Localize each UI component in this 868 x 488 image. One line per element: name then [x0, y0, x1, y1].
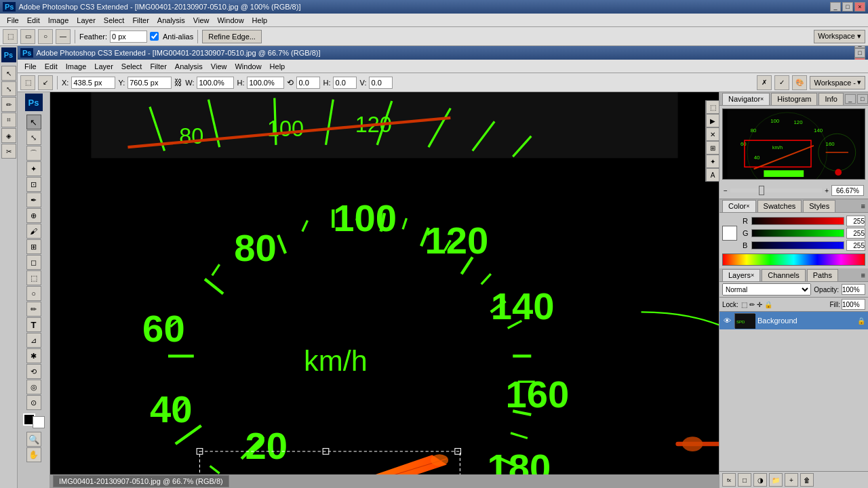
tool-lasso[interactable]: ⤡ [1, 81, 16, 96]
inner-menu-analysis[interactable]: Analysis [171, 61, 207, 72]
tool-move[interactable]: ↖ [1, 66, 16, 81]
menu-window[interactable]: Window [213, 15, 248, 26]
tool-notes[interactable]: ✱ [26, 348, 41, 363]
tab-histogram[interactable]: Histogram [771, 93, 817, 105]
tool-crop2[interactable]: ⊡ [26, 177, 41, 192]
inner-menu-help[interactable]: Help [266, 61, 290, 72]
menu-edit[interactable]: Edit [23, 15, 44, 26]
close-btn[interactable]: × [854, 2, 865, 12]
h-input[interactable] [247, 77, 284, 89]
lock-pixels-icon[interactable]: ✏ [749, 301, 755, 308]
layers-menu-btn[interactable]: ≡ [861, 271, 865, 279]
zoom-value-input[interactable] [831, 185, 864, 196]
fill-input[interactable] [842, 299, 865, 310]
outer-win-controls[interactable]: _ □ × [830, 2, 865, 12]
commit-transform-btn[interactable]: ✓ [774, 75, 789, 90]
layers-close[interactable]: × [751, 272, 754, 279]
layer-group-btn[interactable]: 📁 [769, 473, 783, 487]
b-slider[interactable] [752, 242, 844, 249]
tool-pen[interactable]: ✏ [26, 302, 41, 317]
inner-maximize-btn[interactable]: □ [854, 48, 865, 58]
menu-help[interactable]: Help [248, 15, 272, 26]
tool-lasso2[interactable]: ⌒ [26, 146, 41, 161]
inner-menu-edit[interactable]: Edit [41, 61, 62, 72]
lock-all-icon[interactable]: 🔒 [764, 301, 772, 308]
panel-icon-5[interactable]: ✦ [706, 155, 719, 168]
tool-heal[interactable]: ⊕ [26, 208, 41, 223]
layer-visibility-icon[interactable]: 👁 [722, 316, 732, 325]
tool-fill[interactable]: ⬚ [26, 270, 41, 285]
inner-menu-window[interactable]: Window [231, 61, 265, 72]
panel-icon-1[interactable]: ⬚ [706, 100, 719, 114]
inner-tool-btn2[interactable]: ↙ [38, 75, 53, 90]
tool-eraser2[interactable]: ◻ [26, 255, 41, 270]
layer-delete-btn[interactable]: 🗑 [800, 473, 814, 487]
tab-channels[interactable]: Channels [762, 269, 805, 281]
canvas-area[interactable]: 20 0 40 60 80 100 120 140 160 180 km/h [50, 92, 719, 488]
tool-gradient[interactable]: ◎ [26, 380, 41, 394]
tab-info[interactable]: Info [818, 93, 843, 105]
menu-select[interactable]: Select [100, 15, 129, 26]
opacity-input[interactable] [842, 284, 865, 295]
tool-path[interactable]: ⊿ [26, 333, 41, 348]
tool-select[interactable]: ↖ [26, 115, 41, 129]
tab-navigator[interactable]: Navigator × [722, 93, 770, 105]
r-value[interactable] [846, 216, 865, 226]
panel-icon-2[interactable]: ▶ [706, 114, 719, 127]
x-input[interactable] [71, 77, 115, 89]
maximize-btn[interactable]: □ [842, 2, 853, 12]
g-value[interactable] [846, 228, 865, 239]
layer-mask-btn[interactable]: □ [738, 473, 751, 487]
zoom-out-icon[interactable]: − [724, 187, 728, 195]
refine-edge-btn[interactable]: Refine Edge... [202, 30, 262, 43]
inner-menu-image[interactable]: Image [62, 61, 91, 72]
h-skew-input[interactable] [333, 77, 357, 89]
selection-tool-btn[interactable]: ⬚ [3, 29, 18, 44]
inner-menu-select[interactable]: Select [117, 61, 146, 72]
canvas-tab[interactable]: IMG00401-20130907-0510.jpg @ 66.7% (RGB/… [53, 475, 229, 487]
layers-mode-select[interactable]: Normal Multiply Screen [722, 283, 811, 296]
layer-fx-btn[interactable]: fx [722, 473, 736, 487]
menu-view[interactable]: View [189, 15, 214, 26]
color-swatch-fg[interactable] [722, 226, 737, 241]
antialias-checkbox[interactable] [150, 32, 159, 41]
zoom-in-icon[interactable]: + [825, 187, 829, 195]
g-slider[interactable] [752, 230, 844, 237]
sel-row-btn[interactable]: — [56, 29, 71, 44]
menu-image[interactable]: Image [44, 15, 73, 26]
nav-min[interactable]: _ [845, 94, 856, 104]
minimize-btn[interactable]: _ [830, 2, 841, 12]
inner-workspace-btn[interactable]: Workspace - ▾ [810, 76, 865, 89]
inner-menu-file[interactable]: File [20, 61, 41, 72]
inner-menu-view[interactable]: View [207, 61, 231, 72]
tool-dodge[interactable]: ○ [26, 286, 41, 301]
zoom-slider[interactable] [730, 188, 822, 192]
r-slider[interactable] [752, 218, 844, 224]
tool-brush[interactable]: ✏ [1, 97, 16, 112]
menu-file[interactable]: File [3, 15, 23, 26]
panel-icon-6[interactable]: A [706, 168, 719, 182]
tool-3d[interactable]: ⊙ [26, 395, 41, 410]
tool-transform[interactable]: ⤡ [26, 130, 41, 145]
sel-ellipse-btn[interactable]: ○ [38, 29, 53, 44]
panel-icon-4[interactable]: ⊞ [706, 141, 719, 155]
tab-swatches[interactable]: Swatches [757, 200, 802, 212]
color-menu-btn[interactable]: ≡ [861, 202, 865, 210]
tool-hand[interactable]: ✋ [26, 447, 41, 462]
color-spectrum[interactable] [722, 253, 865, 266]
nav-max[interactable]: □ [857, 94, 868, 104]
tool-magic[interactable]: ✦ [26, 161, 41, 176]
bg-color[interactable] [33, 416, 45, 428]
tool-type[interactable]: T [26, 317, 41, 332]
tool-eyedrop[interactable]: ✒ [26, 192, 41, 207]
feather-input[interactable] [110, 30, 147, 43]
inner-menu-layer[interactable]: Layer [90, 61, 117, 72]
layer-row-background[interactable]: 👁 SPD Background 🔒 [719, 312, 868, 329]
y-input[interactable] [127, 77, 172, 89]
inner-tool-btn[interactable]: ⬚ [20, 75, 35, 90]
tool-zoom[interactable]: 🔍 [26, 432, 41, 447]
workspace-btn[interactable]: Workspace ▾ [814, 30, 865, 43]
color-close[interactable]: × [746, 203, 749, 209]
nav-close[interactable]: × [760, 96, 764, 102]
layer-new-btn[interactable]: + [785, 473, 798, 487]
